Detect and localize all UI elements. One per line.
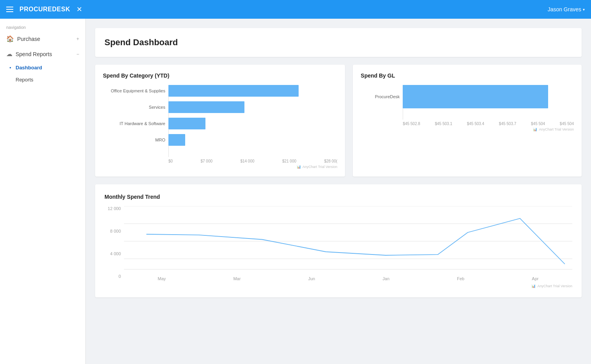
bar-row-2: Services xyxy=(103,101,337,113)
bar-track-2 xyxy=(168,101,337,113)
sidebar-item-dashboard[interactable]: Dashboard xyxy=(0,62,85,74)
line-x-axis: May Mar Jun Jan Feb Apr xyxy=(124,276,572,283)
line-x-jun: Jun xyxy=(308,276,315,281)
bar-row-1: Office Equipment & Supplies xyxy=(103,85,337,97)
gl-x-3: $45 503.7 xyxy=(499,122,517,126)
bar-label-1: Office Equipment & Supplies xyxy=(103,88,165,93)
nav-label: navigation xyxy=(0,22,85,31)
main-layout: navigation 🏠 Purchase + ☁ Spend Reports … xyxy=(0,19,591,364)
gl-watermark: 📊 AnyChart Trial Version xyxy=(361,127,574,131)
bar-label-3: IT Hardware & Software xyxy=(103,121,165,126)
bar-fill-1 xyxy=(168,85,299,97)
gl-x-0: $45 502.8 xyxy=(403,122,420,126)
bar-track-3 xyxy=(168,118,337,129)
expand-purchase-icon: + xyxy=(76,36,79,42)
spend-by-category-title: Spend By Category (YTD) xyxy=(103,72,337,79)
user-name: Jason Graves xyxy=(548,6,581,12)
gl-fill-1 xyxy=(403,85,548,108)
spend-by-category-card: Spend By Category (YTD) Office Equipment… xyxy=(95,65,345,177)
bar-fill-2 xyxy=(168,101,244,113)
bar-track-4 xyxy=(168,134,337,146)
monthly-trend-title: Monthly Spend Trend xyxy=(104,194,572,200)
x-label-0: $0 xyxy=(168,159,173,163)
bar-label-2: Services xyxy=(103,105,165,110)
x-label-1: $7 000 xyxy=(200,159,212,163)
logo: PROCUREDESK xyxy=(19,6,70,13)
header-left: PROCUREDESK ✕ xyxy=(6,5,82,14)
charts-row: Spend By Category (YTD) Office Equipment… xyxy=(95,65,582,177)
gl-chart-icon: 📊 xyxy=(533,127,537,131)
spend-by-gl-card: Spend By GL ProcureDesk $45 502.8 $4 xyxy=(353,65,582,177)
x-label-2: $14 000 xyxy=(240,159,254,163)
expand-spend-icon: − xyxy=(76,51,79,57)
gl-x-5: $45 504 xyxy=(560,122,574,126)
sidebar-item-purchase-label: Purchase xyxy=(17,36,40,42)
gl-x-axis: $45 502.8 $45 503.1 $45 503.4 $45 503.7 … xyxy=(361,122,574,126)
gl-x-4: $45 504 xyxy=(531,122,545,126)
bar-label-4: MRO xyxy=(103,138,165,142)
category-bar-chart: Office Equipment & Supplies Services xyxy=(103,85,337,157)
y-label-0: 0 xyxy=(104,274,121,279)
gl-chart-container: ProcureDesk $45 502.8 $45 503.1 $45 503.… xyxy=(361,85,574,131)
top-header: PROCUREDESK ✕ Jason Graves ▾ xyxy=(0,0,591,19)
sidebar-dashboard-label: Dashboard xyxy=(16,65,42,71)
y-label-12000: 12 000 xyxy=(104,206,121,211)
category-x-axis: $0 $7 000 $14 000 $21 000 $28 00( xyxy=(103,159,337,163)
line-x-may: May xyxy=(158,276,166,281)
bar-row-4: MRO xyxy=(103,134,337,146)
cloud-icon: ☁ xyxy=(6,50,12,58)
category-watermark: 📊 AnyChart Trial Version xyxy=(103,165,337,169)
chart-icon-small: 📊 xyxy=(297,165,301,169)
sidebar-reports-label: Reports xyxy=(16,77,34,83)
title-card: Spend Dashboard xyxy=(95,28,582,57)
line-x-feb: Feb xyxy=(457,276,464,281)
spend-by-gl-title: Spend By GL xyxy=(361,72,574,79)
line-x-mar: Mar xyxy=(233,276,241,281)
line-chart-wrapper: May Mar Jun Jan Feb Apr 📊 AnyChart Trial… xyxy=(124,206,572,288)
trend-chart-icon: 📊 xyxy=(531,284,536,288)
y-label-4000: 4 000 xyxy=(104,251,121,256)
sidebar-item-reports[interactable]: Reports xyxy=(0,74,85,86)
user-area[interactable]: Jason Graves ▾ xyxy=(548,6,585,12)
chevron-down-icon: ▾ xyxy=(583,7,585,12)
bar-fill-4 xyxy=(168,134,185,146)
gl-label-1: ProcureDesk xyxy=(361,94,400,99)
bar-row-3: IT Hardware & Software xyxy=(103,118,337,129)
sidebar-item-spend-reports[interactable]: ☁ Spend Reports − xyxy=(0,46,85,62)
gl-x-2: $45 503.4 xyxy=(467,122,485,126)
line-x-apr: Apr xyxy=(532,276,538,281)
page-title: Spend Dashboard xyxy=(104,37,572,48)
bar-track-1 xyxy=(168,85,337,97)
category-chart-container: Office Equipment & Supplies Services xyxy=(103,85,337,169)
hamburger-icon[interactable] xyxy=(6,7,13,12)
home-icon: 🏠 xyxy=(6,35,14,42)
x-label-4: $28 00( xyxy=(324,159,337,163)
line-chart-svg xyxy=(124,206,572,276)
bar-fill-3 xyxy=(168,118,205,129)
gl-bar-chart: ProcureDesk xyxy=(361,85,574,120)
gl-bar-row-1: ProcureDesk xyxy=(361,85,574,108)
line-x-jan: Jan xyxy=(382,276,389,281)
sidebar-item-purchase[interactable]: 🏠 Purchase + xyxy=(0,31,85,46)
trend-watermark: 📊 AnyChart Trial Version xyxy=(124,284,572,288)
close-icon[interactable]: ✕ xyxy=(76,5,82,14)
monthly-trend-card: Monthly Spend Trend 12 000 8 000 4 000 0 xyxy=(95,184,582,297)
gl-track-1 xyxy=(403,85,574,108)
content-area: Spend Dashboard Spend By Category (YTD) … xyxy=(86,19,591,364)
y-axis-labels: 12 000 8 000 4 000 0 xyxy=(104,206,124,288)
gl-x-1: $45 503.1 xyxy=(435,122,453,126)
sidebar: navigation 🏠 Purchase + ☁ Spend Reports … xyxy=(0,19,86,364)
sidebar-item-spend-reports-label: Spend Reports xyxy=(16,51,52,57)
x-label-3: $21 000 xyxy=(282,159,296,163)
line-chart-container: 12 000 8 000 4 000 0 xyxy=(104,206,572,288)
y-label-8000: 8 000 xyxy=(104,229,121,233)
